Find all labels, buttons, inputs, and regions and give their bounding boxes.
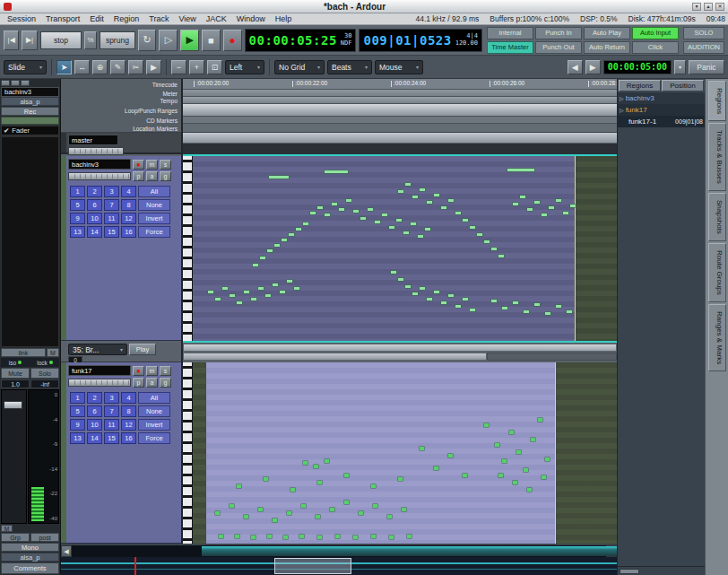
midi-note[interactable] [502,307,507,309]
bachinv3-mute-button[interactable]: m [146,160,158,170]
cd-markers-ruler[interactable] [183,117,617,124]
zoom-in-button[interactable]: + [189,60,204,74]
midi-note[interactable] [244,515,248,518]
midi-note[interactable] [325,170,348,173]
midi-channel-all[interactable]: All [138,392,170,404]
midi-note[interactable] [316,515,320,518]
summary-viewport[interactable] [274,558,351,574]
strip-output-button[interactable]: alsa_p [1,553,59,562]
ruler-label-loop-punch-ranges[interactable]: Loop/Punch Ranges [61,104,181,117]
midi-note[interactable] [448,454,453,457]
side-tab-regions[interactable]: Regions [708,81,726,121]
nudge-clock[interactable]: 00:00:05:00 [603,60,672,74]
midi-note[interactable] [567,310,572,313]
menu-help[interactable]: Help [271,14,297,23]
midi-note[interactable] [317,206,323,209]
midi-channel-9[interactable]: 9 [70,419,85,431]
midi-channel-6[interactable]: 6 [87,405,102,417]
midi-note[interactable] [387,515,392,518]
side-tab-tracks-busses[interactable]: Tracks & Busses [708,123,726,191]
zoom-out-button[interactable]: − [171,60,186,74]
scroll-left-icon[interactable]: ◀ [61,545,72,557]
midi-note[interactable] [294,287,299,290]
solo-iso-indicator[interactable]: iso [1,360,30,366]
midi-note[interactable] [303,461,308,465]
midi-note[interactable] [258,508,263,511]
region-list-row-funk17[interactable]: ▷funk17 [618,104,705,116]
midi-note[interactable] [411,222,416,225]
strip-solo-button[interactable]: Solo [30,368,59,379]
secondary-clock[interactable]: 009|01|0523 4|4 120.00 [359,29,482,52]
toggle-time-master[interactable]: Time Master [487,41,533,54]
regions-column-header[interactable]: Regions [619,80,661,91]
midi-channel-2[interactable]: 2 [87,392,102,404]
midi-note[interactable] [389,226,394,229]
menu-region[interactable]: Region [109,14,144,23]
midi-note[interactable] [264,477,268,481]
midi-note[interactable] [373,504,377,508]
midi-note[interactable] [353,536,358,539]
tool-draw-button[interactable]: ✎ [110,60,126,74]
midi-note[interactable] [545,312,550,315]
midi-channel-3[interactable]: 3 [104,186,119,197]
midi-note[interactable] [427,201,432,204]
group-button[interactable]: Grp [1,533,30,542]
midi-note[interactable] [237,301,242,304]
midi-channel-force[interactable]: Force [138,226,170,238]
midi-note[interactable] [441,301,446,304]
record-button[interactable]: ● [223,30,242,51]
midi-note[interactable] [325,459,329,463]
menu-window[interactable]: Window [232,14,270,23]
toggle-punch-out[interactable]: Punch Out [535,41,582,54]
zoom-focus-dropdown[interactable]: Left▾ [225,60,264,74]
strip-menu-icon[interactable] [1,80,10,86]
midi-note[interactable] [549,206,554,209]
midi-note[interactable] [289,233,294,236]
midi-channel-13[interactable]: 13 [70,432,85,444]
midi-note[interactable] [463,298,468,301]
midi-note[interactable] [398,477,403,481]
strip-name-button[interactable]: bachinv3 [1,87,59,97]
loop-button[interactable]: ↻ [138,30,157,51]
play-range-button[interactable]: ▷ [159,30,178,51]
ruler-label-meter[interactable]: Meter [61,90,181,97]
bachinv3-name-box[interactable]: bachinv3 [68,159,131,170]
funk17-recarm-button[interactable]: ● [133,366,144,376]
midi-note[interactable] [310,212,316,214]
midi-channel-5[interactable]: 5 [70,199,85,211]
midi-channel-14[interactable]: 14 [87,226,102,238]
midi-note[interactable] [375,221,380,223]
track-header-bachinv3[interactable]: bachinv3 ● m s p a g 1234All5678None9101… [61,156,181,341]
midi-note[interactable] [219,535,223,538]
bachinv3-height-slider[interactable] [68,172,131,180]
midi-note[interactable] [251,536,256,539]
midi-note[interactable] [282,239,287,241]
midi-note[interactable] [237,484,241,488]
menu-session[interactable]: Session [3,14,40,23]
midi-note[interactable] [455,212,461,214]
bachinv3-group-button[interactable]: g [160,171,171,181]
master-name-box[interactable]: master [68,135,118,145]
midi-channel-16[interactable]: 16 [121,226,136,238]
midi-note[interactable] [368,208,373,211]
funk17-automation-button[interactable]: a [146,378,158,388]
midi-note[interactable] [258,287,264,290]
midi-note[interactable] [405,183,411,186]
track-header-master[interactable]: master [61,133,181,154]
midi-note[interactable] [360,217,366,220]
menu-edit[interactable]: Edit [85,14,108,23]
midi-channel-none[interactable]: None [138,199,170,211]
menu-transport[interactable]: Transport [41,14,84,23]
strip-size-icon[interactable] [21,80,30,86]
shuttle-control[interactable]: stop [40,31,82,49]
midi-channel-2[interactable]: 2 [87,186,102,197]
link-m-button[interactable]: M [47,348,59,357]
midi-channel-13[interactable]: 13 [70,226,85,238]
midi-note[interactable] [303,222,308,225]
midi-note[interactable] [260,257,265,259]
midi-note[interactable] [455,305,461,308]
midi-note[interactable] [244,291,249,293]
midi-note[interactable] [491,300,497,302]
bachinv3-solo-button[interactable]: s [160,160,171,170]
toggle-auto-return[interactable]: Auto Return [584,41,630,54]
